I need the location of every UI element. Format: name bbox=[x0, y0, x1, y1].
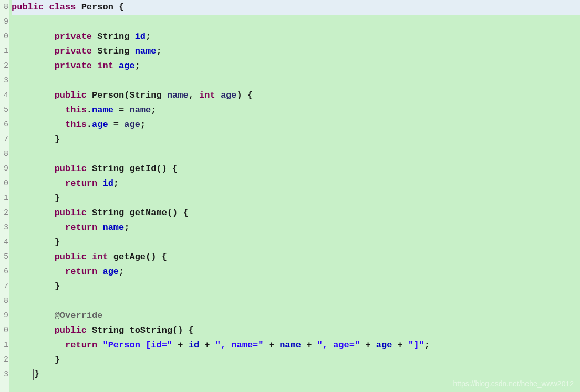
line-number: 2 bbox=[0, 353, 8, 367]
parens: () bbox=[146, 252, 156, 262]
keyword: int bbox=[199, 90, 215, 100]
keyword: private bbox=[55, 61, 92, 71]
method: getId bbox=[129, 164, 156, 174]
equals: = bbox=[113, 120, 119, 130]
code-line[interactable] bbox=[12, 294, 580, 309]
code-line[interactable]: @Override bbox=[12, 309, 580, 323]
code-line[interactable] bbox=[12, 73, 580, 88]
paren: ) bbox=[237, 90, 242, 100]
code-line[interactable]: } bbox=[12, 132, 580, 147]
semicolon: ; bbox=[119, 267, 124, 277]
constructor: Person bbox=[92, 90, 124, 100]
brace: } bbox=[33, 369, 40, 380]
brace: } bbox=[55, 237, 60, 247]
annotation: @Override bbox=[55, 311, 103, 321]
code-editor[interactable]: public class Person { private String id;… bbox=[9, 0, 580, 392]
keyword: return bbox=[65, 178, 97, 188]
type: String bbox=[92, 325, 124, 335]
field: age bbox=[102, 267, 119, 277]
semicolon: ; bbox=[113, 178, 119, 188]
code-line[interactable]: private String id; bbox=[12, 29, 580, 44]
line-number: 6 bbox=[0, 264, 8, 279]
field: name bbox=[102, 223, 124, 232]
keyword: this bbox=[65, 105, 87, 115]
line-number: 8 bbox=[0, 0, 8, 15]
code-line[interactable]: return id; bbox=[12, 176, 580, 191]
semicolon: ; bbox=[424, 340, 430, 350]
line-number: 4− bbox=[0, 88, 8, 103]
field: name bbox=[279, 340, 301, 350]
keyword: public bbox=[55, 90, 87, 100]
line-number: 4 bbox=[0, 235, 8, 250]
code-line[interactable]: this.name = name; bbox=[12, 103, 580, 118]
code-line[interactable]: public String getName() { bbox=[12, 206, 580, 220]
field: id bbox=[189, 340, 199, 350]
line-number: 0 bbox=[0, 323, 8, 338]
watermark-text: https://blog.csdn.net/hehe_www2012 bbox=[453, 379, 574, 388]
field: age bbox=[119, 61, 135, 71]
method: getAge bbox=[113, 252, 146, 262]
line-number: 0 bbox=[0, 176, 8, 191]
code-line[interactable]: public String toString() { bbox=[12, 323, 580, 338]
code-line[interactable]: public String getId() { bbox=[12, 162, 580, 176]
dot: . bbox=[87, 120, 92, 130]
line-number: 1 bbox=[0, 338, 8, 353]
line-number: 2− bbox=[0, 206, 8, 220]
code-line[interactable]: return name; bbox=[12, 220, 580, 235]
type: String bbox=[129, 90, 161, 100]
line-number: 9− bbox=[0, 162, 8, 176]
code-line[interactable]: } bbox=[12, 353, 580, 367]
equals: = bbox=[119, 105, 124, 115]
keyword: int bbox=[92, 252, 108, 262]
brace: { bbox=[172, 164, 178, 174]
param: name bbox=[167, 90, 189, 100]
line-number: 8 bbox=[0, 294, 8, 309]
keyword: private bbox=[55, 46, 92, 56]
brace: { bbox=[189, 325, 194, 335]
code-line[interactable]: return "Person [id=" + id + ", name=" + … bbox=[12, 338, 580, 353]
code-line[interactable]: } bbox=[12, 191, 580, 206]
code-line[interactable]: private String name; bbox=[12, 44, 580, 59]
code-line[interactable]: } bbox=[12, 279, 580, 294]
brace: } bbox=[55, 134, 60, 144]
brace: { bbox=[119, 2, 124, 12]
parens: () bbox=[167, 208, 178, 218]
type: String bbox=[97, 46, 129, 56]
semicolon: ; bbox=[135, 61, 140, 71]
code-line[interactable]: public int getAge() { bbox=[12, 250, 580, 264]
semicolon: ; bbox=[124, 223, 129, 232]
field: id bbox=[102, 178, 113, 188]
string: ", name=" bbox=[215, 340, 264, 350]
paren: ( bbox=[124, 90, 129, 100]
field: name bbox=[92, 105, 113, 115]
line-number: 3 bbox=[0, 220, 8, 235]
code-line[interactable]: return age; bbox=[12, 264, 580, 279]
line-number: 7 bbox=[0, 132, 8, 147]
line-number: 8 bbox=[0, 147, 8, 162]
code-line[interactable] bbox=[12, 15, 580, 29]
keyword: int bbox=[97, 61, 113, 71]
line-number: 6 bbox=[0, 118, 8, 132]
brace: { bbox=[162, 252, 167, 262]
line-number-gutter: 8901234−56789−012−345−6789−0123 bbox=[0, 0, 9, 392]
semicolon: ; bbox=[151, 105, 156, 115]
code-line[interactable]: public Person(String name, int age) { bbox=[12, 88, 580, 103]
keyword: public bbox=[55, 208, 87, 218]
line-number: 3 bbox=[0, 367, 8, 382]
code-line[interactable]: this.age = age; bbox=[12, 118, 580, 132]
code-line[interactable]: private int age; bbox=[12, 59, 580, 73]
keyword: private bbox=[55, 31, 92, 41]
string: "Person [id=" bbox=[102, 340, 172, 350]
type: String bbox=[97, 31, 129, 41]
line-number: 1 bbox=[0, 44, 8, 59]
keyword: public bbox=[55, 252, 87, 262]
keyword: public bbox=[12, 2, 44, 12]
parens: () bbox=[156, 164, 167, 174]
field: id bbox=[135, 31, 146, 41]
brace: } bbox=[55, 193, 60, 203]
keyword: class bbox=[49, 2, 76, 12]
code-line[interactable]: public class Person { bbox=[12, 0, 580, 15]
code-line[interactable]: } bbox=[12, 235, 580, 250]
brace: } bbox=[55, 281, 60, 291]
code-line[interactable] bbox=[12, 147, 580, 162]
